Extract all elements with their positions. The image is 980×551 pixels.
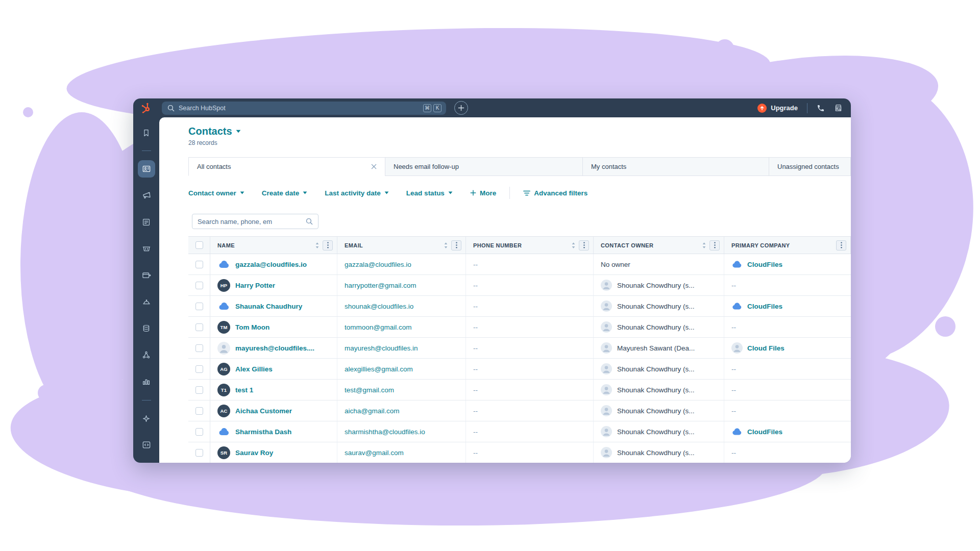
name-cell: Sharmistha Dash: [210, 421, 337, 442]
list-search-input[interactable]: [198, 218, 306, 226]
company-link[interactable]: CloudFiles: [747, 428, 782, 436]
sidebar-item-payments[interactable]: [138, 266, 155, 284]
page-title-dropdown[interactable]: Contacts: [188, 126, 241, 137]
contact-email-link[interactable]: shounak@cloudfiles.io: [345, 303, 413, 310]
contact-name-link[interactable]: Harry Potter: [235, 282, 275, 289]
sidebar-item-content[interactable]: [138, 213, 155, 231]
tab-all-contacts[interactable]: All contacts: [188, 157, 385, 176]
contact-email-link[interactable]: test@gmail.com: [345, 386, 394, 394]
row-checkbox[interactable]: [195, 407, 203, 415]
row-checkbox[interactable]: [195, 449, 203, 457]
contact-name-link[interactable]: Sharmistha Dash: [235, 428, 291, 436]
row-checkbox[interactable]: [195, 344, 203, 352]
sidebar-item-automations[interactable]: [138, 346, 155, 363]
global-search-input[interactable]: [179, 105, 419, 112]
company-cell: Cloud Files: [724, 338, 851, 358]
row-checkbox[interactable]: [195, 428, 203, 436]
column-header-contact-owner[interactable]: CONTACT OWNER: [594, 237, 724, 254]
contact-email-link[interactable]: gazzala@cloudfiles.io: [345, 261, 411, 268]
upgrade-button[interactable]: Upgrade: [757, 104, 798, 113]
page-head: Contacts 28 records: [188, 126, 241, 146]
contact-email-link[interactable]: aicha@gmail.com: [345, 407, 400, 415]
sidebar-item-bookmark[interactable]: [138, 124, 155, 141]
contact-name-link[interactable]: Shaunak Chaudhury: [235, 303, 302, 310]
sidebar-item-reporting[interactable]: [138, 372, 155, 390]
filter-create-date[interactable]: Create date: [262, 189, 308, 197]
owner-name: No owner: [601, 261, 630, 268]
filter-lead-status[interactable]: Lead status: [406, 189, 453, 197]
contact-email-link[interactable]: harrypotter@gmail.com: [345, 282, 416, 289]
row-checkbox[interactable]: [195, 261, 203, 268]
sort-icon[interactable]: [315, 242, 320, 249]
hubspot-logo[interactable]: [133, 102, 159, 114]
sidebar-item-commerce[interactable]: [138, 240, 155, 257]
contact-avatar: SR: [217, 446, 230, 459]
contact-name-link[interactable]: test 1: [235, 386, 253, 394]
tab-unassigned-contacts[interactable]: Unassigned contacts: [769, 157, 851, 176]
contact-email-link[interactable]: sharmishtha@cloudfiles.io: [345, 428, 425, 436]
company-link[interactable]: CloudFiles: [747, 303, 782, 310]
row-checkbox[interactable]: [195, 386, 203, 394]
company-value: --: [731, 407, 736, 415]
column-header-email[interactable]: EMAIL: [337, 237, 466, 254]
sidebar-item-copilot[interactable]: [138, 410, 155, 427]
row-checkbox[interactable]: [195, 282, 203, 289]
sidebar-item-contacts[interactable]: [138, 160, 155, 178]
list-search[interactable]: [192, 214, 318, 229]
company-link[interactable]: Cloud Files: [747, 344, 785, 352]
more-filters-button[interactable]: More: [470, 189, 496, 197]
contact-name-link[interactable]: Saurav Roy: [235, 449, 273, 457]
contact-email-link[interactable]: alexgillies@gmail.com: [345, 365, 413, 373]
company-cell: --: [724, 359, 851, 379]
column-header-primary-company[interactable]: PRIMARY COMPANY: [724, 237, 851, 254]
filter-contact-owner[interactable]: Contact owner: [188, 189, 244, 197]
create-new-button[interactable]: [454, 101, 468, 115]
global-search[interactable]: ⌘ K: [162, 102, 446, 115]
contact-email-link[interactable]: mayuresh@cloudfiles.in: [345, 344, 418, 352]
filter-last-activity-date[interactable]: Last activity date: [325, 189, 389, 197]
advanced-filters-button[interactable]: Advanced filters: [523, 189, 587, 197]
contact-email-link[interactable]: tommoon@gmail.com: [345, 323, 412, 331]
contact-name-link[interactable]: Tom Moon: [235, 323, 270, 331]
owner-avatar: [601, 280, 612, 291]
company-link[interactable]: CloudFiles: [747, 261, 782, 268]
column-menu-icon[interactable]: [451, 240, 461, 251]
column-header-phone-number[interactable]: PHONE NUMBER: [466, 237, 594, 254]
contact-name-link[interactable]: gazzala@cloudfiles.io: [235, 261, 307, 268]
calling-button[interactable]: [817, 104, 825, 112]
email-cell: tommoon@gmail.com: [337, 317, 466, 337]
contact-name-link[interactable]: Alex Gillies: [235, 365, 273, 373]
sidebar-item-service[interactable]: [138, 293, 155, 310]
tab-needs-email-follow-up[interactable]: Needs email follow-up: [385, 157, 583, 176]
name-cell: Shaunak Chaudhury: [210, 296, 337, 316]
company-value: --: [731, 282, 736, 289]
phone-cell: --: [466, 275, 594, 295]
select-all-checkbox[interactable]: [195, 241, 203, 249]
marketplace-button[interactable]: [834, 104, 843, 112]
owner-cell: Shounak Chowdhury (s...: [594, 442, 724, 463]
sort-icon[interactable]: [702, 242, 706, 249]
sidebar-item-dev-tools[interactable]: [138, 436, 155, 454]
sidebar-item-marketing[interactable]: [138, 187, 155, 204]
column-menu-icon[interactable]: [579, 240, 589, 251]
sidebar-item-data[interactable]: [138, 319, 155, 337]
column-menu-icon[interactable]: [709, 240, 720, 251]
contact-name-link[interactable]: Aichaa Customer: [235, 407, 292, 415]
contact-name-link[interactable]: mayuresh@cloudfiles....: [235, 344, 314, 352]
column-label: NAME: [217, 242, 235, 248]
row-checkbox[interactable]: [195, 323, 203, 331]
row-checkbox[interactable]: [195, 303, 203, 310]
column-menu-icon[interactable]: [836, 240, 846, 251]
owner-avatar: [601, 447, 612, 458]
tab-my-contacts[interactable]: My contacts: [582, 157, 769, 176]
name-cell: gazzala@cloudfiles.io: [210, 254, 337, 274]
records-count: 28 records: [188, 139, 241, 146]
phone-value: --: [473, 261, 478, 268]
close-icon[interactable]: [371, 164, 377, 169]
contact-email-link[interactable]: saurav@gmail.com: [345, 449, 404, 457]
column-menu-icon[interactable]: [323, 240, 333, 251]
column-header-name[interactable]: NAME: [210, 237, 337, 254]
sort-icon[interactable]: [444, 242, 448, 249]
sort-icon[interactable]: [571, 242, 576, 249]
row-checkbox[interactable]: [195, 365, 203, 373]
